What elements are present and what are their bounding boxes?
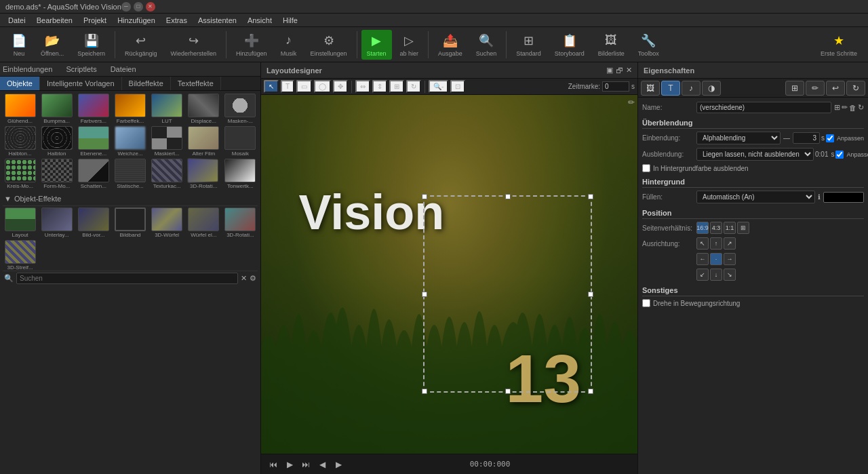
- sel-handle-tr[interactable]: [588, 194, 593, 199]
- sel-handle-bl[interactable]: [422, 389, 427, 394]
- dateien-label[interactable]: Dateien: [111, 65, 136, 73]
- sel-handle-tl[interactable]: [422, 194, 427, 199]
- tab-texteffekte[interactable]: Texteffekte: [171, 77, 221, 90]
- effect-glow[interactable]: Glühend...: [3, 94, 37, 124]
- add-button[interactable]: ➕ Hinzufügen: [231, 30, 273, 60]
- move-tool[interactable]: ✥: [333, 80, 348, 93]
- effect-3dstripe[interactable]: 3D-Streif...: [3, 240, 37, 271]
- search-input[interactable]: [16, 273, 238, 284]
- edit-prop-icon[interactable]: ✏: [806, 81, 825, 96]
- close-layoutdesigner-icon[interactable]: ✕: [626, 66, 632, 75]
- close-button[interactable]: ✕: [146, 2, 155, 12]
- hintergrundfarbe-check[interactable]: [642, 164, 650, 172]
- picturelist-button[interactable]: 🖼 Bilderliste: [593, 30, 630, 60]
- effect-cubeext[interactable]: Würfel el...: [186, 208, 221, 238]
- menu-hilfe[interactable]: Hilfe: [277, 15, 303, 26]
- scriptlets-label[interactable]: Scriptlets: [66, 65, 96, 73]
- menu-extras[interactable]: Extras: [161, 15, 193, 26]
- ausblendung-select[interactable]: Liegen lassen, nicht ausblenden: [696, 148, 814, 161]
- menu-bearbeiten[interactable]: Bearbeiten: [31, 15, 78, 26]
- expand-icon[interactable]: ⊞: [785, 81, 804, 96]
- aspect-4-3[interactable]: 4:3: [710, 222, 722, 234]
- playfrom-button[interactable]: ▷ ab hier: [395, 30, 425, 60]
- next-frame-button[interactable]: ▶: [332, 458, 345, 471]
- align-center-btn[interactable]: ·: [710, 253, 722, 265]
- play-preview-button[interactable]: ▶: [283, 458, 296, 471]
- effect-texture[interactable]: Texturkac...: [150, 159, 184, 189]
- sel-handle-br[interactable]: [588, 389, 593, 394]
- effect-blur[interactable]: Weichze...: [113, 126, 147, 157]
- effect-oldfilm[interactable]: Alter Film: [186, 126, 221, 157]
- menu-hinzufuegen[interactable]: Hinzufügen: [112, 15, 161, 26]
- del-name-icon[interactable]: 🗑: [849, 104, 856, 112]
- effect-layout[interactable]: Layout: [3, 208, 37, 238]
- flip-v-tool[interactable]: ⇕: [372, 80, 387, 93]
- menu-assistenten[interactable]: Assistenten: [193, 15, 242, 26]
- open-button[interactable]: 📂 Öffnen...: [35, 30, 69, 60]
- close-search-icon[interactable]: ✕: [241, 274, 247, 283]
- toolbox-button[interactable]: 🔧 Toolbox: [633, 30, 665, 60]
- tab-text[interactable]: T: [661, 81, 680, 96]
- firststart-button[interactable]: ★ Erste Schritte: [815, 30, 863, 60]
- align-br-btn[interactable]: ↘: [724, 269, 736, 281]
- tab-image[interactable]: 🖼: [641, 81, 660, 96]
- aspect-1-1[interactable]: 1:1: [724, 222, 736, 234]
- circle-tool[interactable]: ◯: [314, 80, 331, 93]
- output-button[interactable]: 📤 Ausgabe: [433, 30, 468, 60]
- skip-start-button[interactable]: ⏮: [267, 458, 280, 471]
- zeitmarke-input[interactable]: [602, 81, 629, 92]
- sel-handle-bc[interactable]: [505, 389, 511, 394]
- text-tool[interactable]: T: [281, 80, 294, 93]
- tab-bildeffekte[interactable]: Bildeffekte: [122, 77, 171, 90]
- name-input[interactable]: [696, 102, 831, 113]
- zoom-fit-tool[interactable]: ⊡: [450, 80, 465, 93]
- storyboard-button[interactable]: 📋 Storyboard: [549, 30, 590, 60]
- undo-button[interactable]: ↩ Rückgängig: [119, 30, 163, 60]
- edit-name-icon[interactable]: ✏: [842, 103, 848, 112]
- anpassen-check[interactable]: [826, 134, 834, 142]
- window-icon[interactable]: ▣: [606, 66, 613, 75]
- tab-vorlagen[interactable]: Intelligente Vorlagen: [40, 77, 122, 90]
- align-tool[interactable]: ⊞: [389, 80, 404, 93]
- new-button[interactable]: 📄 Neu: [5, 30, 33, 60]
- cursor-tool[interactable]: ↖: [264, 80, 279, 93]
- effect-coloreffect[interactable]: Farbeffek...: [113, 94, 147, 124]
- sel-handle-ml[interactable]: [422, 292, 427, 297]
- menu-datei[interactable]: Datei: [3, 15, 31, 26]
- sel-handle-mr[interactable]: [588, 292, 593, 297]
- effect-static[interactable]: Statische...: [113, 159, 147, 189]
- skip-end-button[interactable]: ⏭: [299, 458, 313, 471]
- aspect-16-9[interactable]: 16:9: [696, 222, 709, 234]
- flip-h-tool[interactable]: ⇔: [355, 80, 370, 93]
- effect-halftone[interactable]: Halbton...: [3, 126, 37, 157]
- minimize-button[interactable]: ─: [121, 2, 131, 12]
- tab-transparency[interactable]: ◑: [702, 81, 721, 96]
- undo-prop-icon[interactable]: ↩: [826, 81, 845, 96]
- prev-frame-button[interactable]: ◀: [315, 458, 329, 471]
- effect-mosaic[interactable]: Mosaik: [223, 126, 258, 157]
- effect-halftone2[interactable]: Halbton: [39, 126, 74, 157]
- effect-layer[interactable]: Ebenene...: [76, 126, 111, 157]
- effect-tonecurve[interactable]: Tonwertk...: [223, 159, 258, 189]
- zoom-minus-tool[interactable]: 🔍-: [429, 80, 448, 93]
- align-mr-btn[interactable]: →: [724, 253, 736, 265]
- refresh-prop-icon[interactable]: ↻: [846, 81, 865, 96]
- tab-sound[interactable]: ♪: [682, 81, 701, 96]
- menu-projekt[interactable]: Projekt: [78, 15, 112, 26]
- redo-button[interactable]: ↪ Wiederherstellen: [165, 30, 222, 60]
- settings-search-icon[interactable]: ⚙: [250, 274, 256, 283]
- effect-3drot[interactable]: 3D-Rotati...: [223, 208, 258, 238]
- edit-icon[interactable]: ✏: [628, 98, 635, 107]
- effect-shadow[interactable]: Schatten...: [76, 159, 111, 189]
- color-swatch[interactable]: [823, 192, 864, 203]
- rotate-tool[interactable]: ↻: [406, 80, 421, 93]
- effect-imagebefore[interactable]: Bild-vor...: [76, 208, 111, 238]
- rect-tool[interactable]: ▭: [296, 80, 312, 93]
- einblendung-num[interactable]: [793, 132, 820, 144]
- align-tc-btn[interactable]: ↑: [710, 237, 722, 250]
- effect-3dcube[interactable]: 3D-Würfel: [150, 208, 184, 238]
- effect-displace[interactable]: Displace...: [186, 94, 221, 124]
- menu-ansicht[interactable]: Ansicht: [242, 15, 277, 26]
- align-bl-btn[interactable]: ↙: [696, 269, 709, 281]
- effect-lut[interactable]: LUT: [150, 94, 184, 124]
